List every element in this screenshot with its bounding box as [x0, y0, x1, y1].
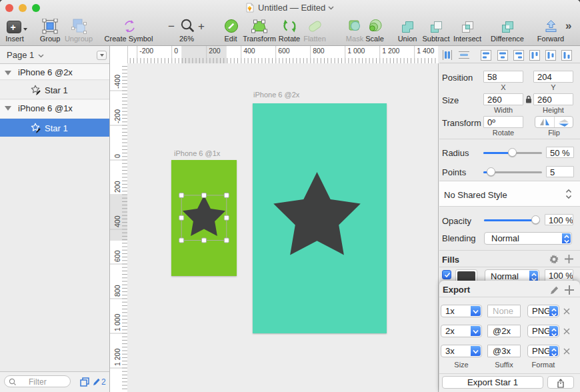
svg-text:1 000: 1 000 [113, 314, 121, 331]
svg-text:-400: -400 [113, 75, 121, 89]
svg-text:200: 200 [209, 47, 221, 55]
svg-text:0: 0 [174, 47, 178, 55]
svg-text:1 400: 1 400 [417, 47, 434, 55]
svg-text:400: 400 [243, 47, 255, 55]
svg-text:-200: -200 [113, 109, 121, 123]
svg-text:200: 200 [113, 181, 121, 193]
svg-text:1 000: 1 000 [347, 47, 365, 55]
svg-text:600: 600 [113, 250, 121, 262]
svg-text:1 200: 1 200 [113, 349, 121, 366]
svg-text:400: 400 [113, 215, 121, 227]
svg-text:-200: -200 [139, 47, 153, 55]
svg-text:0: 0 [113, 154, 121, 158]
svg-text:1 200: 1 200 [382, 47, 399, 55]
svg-text:800: 800 [313, 47, 325, 55]
svg-text:800: 800 [113, 285, 121, 297]
svg-text:600: 600 [278, 47, 290, 55]
